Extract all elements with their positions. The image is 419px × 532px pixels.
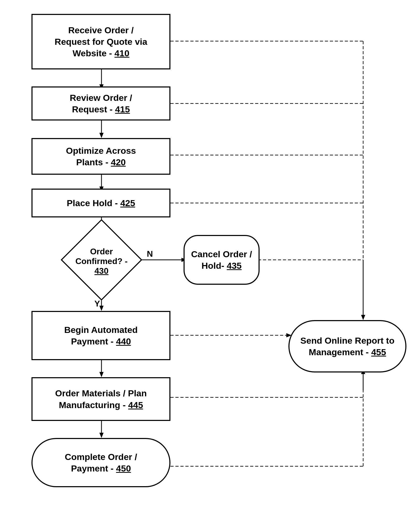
node-440: Begin AutomatedPayment - 440 xyxy=(31,311,170,360)
svg-marker-3 xyxy=(99,133,104,138)
node-435: Cancel Order /Hold- 435 xyxy=(184,235,260,285)
svg-marker-24 xyxy=(361,315,365,320)
node-455: Send Online Report toManagement - 455 xyxy=(288,320,406,372)
flowchart-diagram: Y N xyxy=(0,0,419,532)
svg-marker-17 xyxy=(99,433,104,438)
node-410: Receive Order /Request for Quote viaWebs… xyxy=(31,14,170,69)
svg-marker-15 xyxy=(99,372,104,377)
svg-text:Y: Y xyxy=(94,299,100,308)
node-425: Place Hold - 425 xyxy=(31,189,170,217)
node-420: Optimize AcrossPlants - 420 xyxy=(31,138,170,175)
node-445: Order Materials / PlanManufacturing - 44… xyxy=(31,377,170,421)
node-415: Review Order /Request - 415 xyxy=(31,86,170,120)
node-450: Complete Order /Payment - 450 xyxy=(31,438,170,487)
svg-marker-9 xyxy=(99,306,104,311)
node-430: OrderConfirmed? -430 xyxy=(31,231,171,291)
